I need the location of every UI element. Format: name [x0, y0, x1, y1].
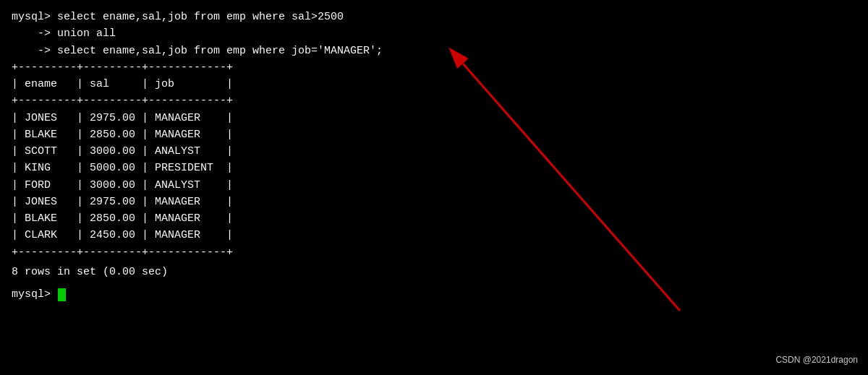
table-top-border: +---------+---------+------------+ [12, 59, 856, 76]
terminal-window: mysql> select ename,sal,job from emp whe… [0, 0, 868, 311]
command-line-3: -> select ename,sal,job from emp where j… [12, 43, 856, 59]
table-header: | ename | sal | job | [12, 76, 856, 92]
table-row: | BLAKE | 2850.00 | MANAGER | [12, 210, 856, 227]
watermark-text: CSDN @2021dragon [775, 355, 858, 365]
table-row: | CLARK | 2450.00 | MANAGER | [12, 227, 856, 243]
table-row: | JONES | 2975.00 | MANAGER | [12, 110, 856, 126]
table-row: | JONES | 2975.00 | MANAGER | [12, 194, 856, 210]
command-line-1: mysql> select ename,sal,job from emp whe… [12, 9, 856, 25]
table-row: | SCOTT | 3000.00 | ANALYST | [12, 143, 856, 160]
prompt-text: mysql> [12, 286, 57, 303]
cursor-block [58, 288, 66, 301]
table-bottom-border: +---------+---------+------------+ [12, 244, 856, 261]
table-row: | KING | 5000.00 | PRESIDENT | [12, 160, 856, 176]
result-summary: 8 rows in set (0.00 sec) [12, 264, 856, 280]
command-line-2: -> union all [12, 25, 856, 42]
table-row: | FORD | 3000.00 | ANALYST | [12, 177, 856, 194]
table-row: | BLAKE | 2850.00 | MANAGER | [12, 126, 856, 143]
table-mid-border: +---------+---------+------------+ [12, 92, 856, 109]
input-prompt-line: mysql> [12, 286, 856, 303]
